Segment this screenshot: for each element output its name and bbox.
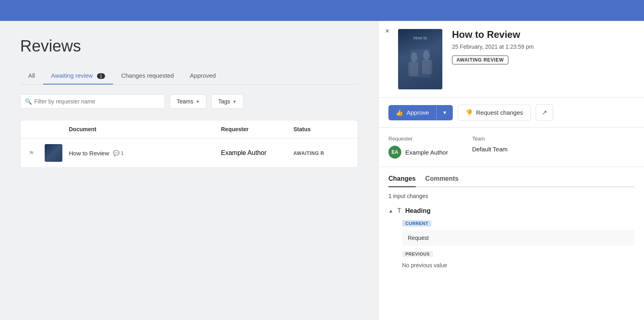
collapse-icon[interactable]: ▲ — [388, 208, 393, 214]
filters-row: 🔍 Teams ▼ Tags ▼ — [20, 94, 358, 109]
chevron-down-icon: ▼ — [196, 99, 200, 104]
previous-value: No previous value — [402, 262, 634, 268]
previous-value-block: PREVIOUS No previous value — [402, 250, 634, 268]
doc-thumbnail — [45, 144, 62, 162]
status-cell: AWAITING R — [293, 149, 350, 157]
status-badge: AWAITING R — [293, 151, 324, 156]
tags-dropdown[interactable]: Tags ▼ — [211, 94, 243, 109]
col-requester-header: Requester — [221, 126, 293, 132]
comment-badge: 💬 1 — [113, 150, 124, 156]
svg-point-2 — [423, 50, 429, 60]
change-item-header: ▲ T Heading — [388, 207, 634, 215]
tab-all[interactable]: All — [20, 67, 43, 85]
change-item: ▲ T Heading CURRENT Request PREVIOUS No … — [388, 207, 634, 268]
changes-section: Changes Comments 1 input changes ▲ T Hea… — [379, 167, 644, 283]
search-input[interactable] — [20, 94, 165, 109]
thumbnail-label: How to — [398, 35, 442, 40]
approve-main[interactable]: 👍 Approve — [388, 105, 436, 120]
detail-header: How to How to Review 25 February, 2021 a… — [379, 21, 644, 98]
approve-button[interactable]: 👍 Approve ▼ — [388, 105, 453, 120]
detail-thumbnail: How to — [398, 29, 442, 89]
detail-status-badge: AWAITING REVIEW — [452, 56, 508, 64]
chevron-down-icon: ▼ — [233, 99, 237, 104]
search-icon: 🔍 — [25, 98, 32, 105]
page-title: Reviews — [20, 37, 358, 55]
search-input-wrap: 🔍 — [20, 94, 165, 109]
detail-date: 25 February, 2021 at 1:23:59 pm — [452, 43, 634, 50]
tabs-bar: All Awaiting review 1 Changes requested … — [20, 67, 358, 85]
team-value-row: Default Team — [472, 146, 508, 153]
avatar: EA — [388, 146, 401, 159]
right-panel: × How to How to Review 25 February, 2021… — [378, 21, 644, 320]
svg-rect-3 — [408, 62, 418, 76]
thumbs-up-icon: 👍 — [396, 109, 403, 116]
action-bar: 👍 Approve ▼ 👎 Request changes ↗ — [379, 98, 644, 128]
requester-value-row: EA Example Author — [388, 146, 448, 159]
thumbnail-image — [45, 144, 62, 162]
changes-tabs: Changes Comments — [388, 175, 634, 187]
team-meta: Team Default Team — [472, 136, 508, 159]
team-label: Team — [472, 136, 508, 142]
previous-label: PREVIOUS — [402, 251, 433, 257]
detail-info: How to Review 25 February, 2021 at 1:23:… — [452, 29, 634, 64]
thumbs-down-icon: 👎 — [465, 109, 473, 116]
tab-approved[interactable]: Approved — [182, 67, 224, 85]
flag-cell: ⚑ — [29, 149, 45, 157]
tab-comments[interactable]: Comments — [425, 175, 459, 187]
flag-icon: ⚑ — [29, 150, 34, 157]
export-button[interactable]: ↗ — [536, 104, 553, 121]
requester-label: Requester — [388, 136, 448, 142]
comment-icon: 💬 — [113, 150, 120, 156]
type-icon: T — [397, 207, 401, 215]
detail-title: How to Review — [452, 29, 634, 40]
export-icon: ↗ — [542, 109, 547, 116]
current-value-block: CURRENT Request — [402, 219, 634, 246]
requester-cell: Example Author — [221, 149, 293, 157]
meta-section: Requester EA Example Author Team Default… — [379, 128, 644, 167]
doc-name-cell: How to Review 💬 1 — [69, 150, 221, 157]
tab-awaiting-review[interactable]: Awaiting review 1 — [43, 67, 113, 85]
tab-changes-requested[interactable]: Changes requested — [113, 67, 182, 85]
thumbnail-svg — [402, 41, 438, 85]
change-type-label: Heading — [405, 207, 431, 215]
left-panel: Reviews All Awaiting review 1 Changes re… — [0, 21, 378, 320]
current-label: CURRENT — [402, 220, 431, 227]
svg-rect-4 — [422, 60, 432, 74]
svg-point-1 — [411, 52, 417, 62]
approve-chevron-icon[interactable]: ▼ — [436, 106, 453, 120]
top-bar — [0, 0, 644, 21]
team-name: Default Team — [472, 146, 508, 153]
request-changes-button[interactable]: 👎 Request changes — [458, 105, 531, 121]
table-row[interactable]: ⚑ How to Review 💬 1 Example Author A — [21, 138, 358, 167]
close-button[interactable]: × — [385, 27, 390, 35]
requester-name: Example Author — [405, 149, 448, 156]
changes-count: 1 input changes — [388, 193, 634, 199]
tab-changes[interactable]: Changes — [388, 175, 416, 187]
teams-dropdown[interactable]: Teams ▼ — [170, 94, 206, 109]
col-document-header: Document — [69, 126, 221, 132]
awaiting-count-badge: 1 — [97, 73, 105, 79]
table-header: Document Requester Status — [21, 120, 358, 138]
requester-meta: Requester EA Example Author — [388, 136, 448, 159]
doc-thumbnail-cell — [45, 144, 69, 162]
current-value-box: Request — [402, 230, 634, 246]
reviews-table: Document Requester Status ⚑ How to Revie… — [20, 120, 358, 168]
col-status-header: Status — [293, 126, 350, 132]
